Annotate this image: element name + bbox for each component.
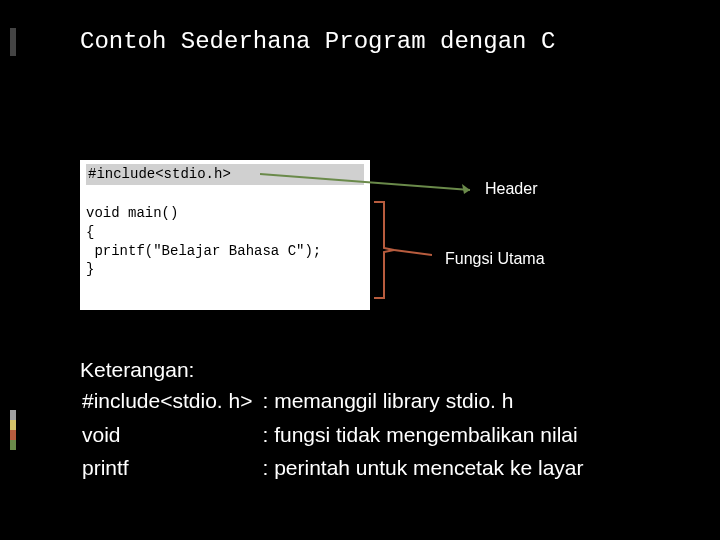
keterangan-heading: Keterangan:: [80, 355, 593, 384]
bracket-fungsi-icon: [372, 200, 432, 300]
table-row: #include<stdio. h> : memanggil library s…: [82, 386, 591, 417]
label-fungsi-utama: Fungsi Utama: [445, 250, 545, 268]
code-line-include: #include<stdio.h>: [86, 164, 364, 185]
term-cell: void: [82, 420, 260, 451]
keterangan-table: #include<stdio. h> : memanggil library s…: [80, 384, 593, 486]
table-row: void : fungsi tidak mengembalikan nilai: [82, 420, 591, 451]
desc-cell: : memanggil library stdio. h: [262, 386, 591, 417]
keterangan-block: Keterangan: #include<stdio. h> : memangg…: [80, 355, 593, 487]
desc-cell: : perintah untuk mencetak ke layar: [262, 453, 591, 484]
accent-bar-bottom: [10, 410, 16, 450]
term-cell: #include<stdio. h>: [82, 386, 260, 417]
table-row: printf : perintah untuk mencetak ke laya…: [82, 453, 591, 484]
svg-marker-1: [462, 184, 470, 194]
code-line-printf: printf("Belajar Bahasa C");: [94, 243, 321, 259]
code-snippet: #include<stdio.h> void main() { printf("…: [80, 160, 370, 310]
svg-line-2: [394, 250, 432, 255]
code-line-open: {: [86, 224, 94, 240]
accent-bar-top: [10, 28, 16, 56]
term-cell: printf: [82, 453, 260, 484]
label-header: Header: [485, 180, 537, 198]
code-line-close: }: [86, 261, 94, 277]
slide-title: Contoh Sederhana Program dengan C: [80, 28, 555, 55]
desc-cell: : fungsi tidak mengembalikan nilai: [262, 420, 591, 451]
code-line-main: void main(): [86, 205, 178, 221]
